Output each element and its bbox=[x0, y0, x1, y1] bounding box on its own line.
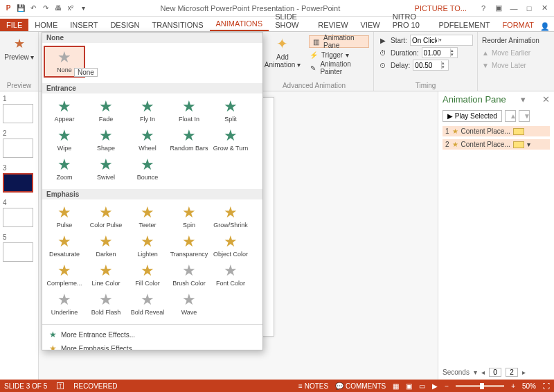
view-sorter-icon[interactable]: ▣ bbox=[406, 382, 412, 390]
user-icon[interactable]: 👤 bbox=[540, 22, 554, 31]
move-up-button[interactable]: ▲ bbox=[505, 110, 516, 122]
timeline-prev-icon[interactable]: ◂ bbox=[481, 368, 485, 376]
close-icon[interactable]: ✕ bbox=[537, 3, 551, 14]
tab-file[interactable]: FILE bbox=[0, 19, 28, 31]
lang-icon[interactable]: 🅃 bbox=[57, 382, 64, 390]
gallery-item-emphasis[interactable]: ★Bold Reveal bbox=[127, 289, 168, 319]
duration-spinner[interactable]: ▴▾ bbox=[422, 47, 458, 58]
gallery-item-entrance[interactable]: ★Fade bbox=[85, 96, 127, 125]
gallery-item-entrance[interactable]: ★Swivel bbox=[85, 154, 127, 184]
move-later-button[interactable]: ▼ Move Later bbox=[482, 59, 550, 71]
qa-item[interactable]: x² bbox=[65, 3, 76, 14]
trigger-button[interactable]: ⚡Trigger ▾ bbox=[309, 48, 369, 61]
undo-icon[interactable]: ↶ bbox=[28, 3, 39, 14]
move-down-button[interactable]: ▼ bbox=[519, 110, 530, 122]
ribbon-options-icon[interactable]: ▣ bbox=[492, 3, 506, 14]
gallery-item-entrance[interactable]: ★Fly In bbox=[127, 96, 168, 125]
tab-nitro[interactable]: NITRO PRO 10 bbox=[386, 10, 433, 31]
tab-review[interactable]: REVIEW bbox=[312, 19, 354, 31]
zoom-slider[interactable] bbox=[456, 385, 504, 387]
gallery-item-emphasis[interactable]: ★Wave bbox=[168, 289, 210, 319]
tab-insert[interactable]: INSERT bbox=[64, 19, 104, 31]
thumbnail[interactable]: 3★ bbox=[3, 163, 35, 193]
gallery-item-emphasis[interactable]: ★Spin bbox=[168, 202, 210, 231]
gallery-item-emphasis[interactable]: ★Darken bbox=[85, 231, 127, 260]
gallery-item-entrance[interactable]: ★Grow & Turn bbox=[210, 125, 251, 154]
row-menu-icon[interactable]: ▾ bbox=[527, 141, 530, 148]
pane-dropdown-icon[interactable]: ▾ bbox=[521, 94, 526, 105]
minimize-icon[interactable]: — bbox=[507, 3, 521, 14]
gallery-item-emphasis[interactable]: ★Font Color bbox=[210, 260, 251, 289]
gallery-item-emphasis[interactable]: ★Underline bbox=[44, 289, 85, 319]
move-earlier-button[interactable]: ▲ Move Earlier bbox=[482, 46, 550, 59]
fit-icon[interactable]: ⛶ bbox=[543, 382, 550, 390]
thumbnail[interactable]: 5 bbox=[3, 233, 35, 262]
gallery-item-emphasis[interactable]: ★Line Color bbox=[85, 260, 127, 289]
gallery-item-entrance[interactable]: ★Appear bbox=[44, 96, 85, 125]
notes-button[interactable]: ≡ NOTES bbox=[298, 382, 328, 390]
thumbnail[interactable]: 4★ bbox=[3, 198, 35, 227]
gallery-item-emphasis[interactable]: ★Bold Flash bbox=[85, 289, 127, 319]
gallery-item-entrance[interactable]: ★Shape bbox=[85, 125, 127, 154]
zoom-value[interactable]: 50% bbox=[522, 382, 536, 390]
gallery-item-entrance[interactable]: ★Bounce bbox=[127, 154, 168, 184]
preview-button[interactable]: ★ Preview ▾ bbox=[4, 34, 34, 62]
gallery-item-emphasis[interactable]: ★Color Pulse bbox=[85, 202, 127, 231]
tab-design[interactable]: DESIGN bbox=[104, 19, 145, 31]
zoom-out-icon[interactable]: − bbox=[445, 382, 449, 390]
tab-view[interactable]: VIEW bbox=[355, 19, 386, 31]
redo-icon[interactable]: ↷ bbox=[40, 3, 51, 14]
tab-slideshow[interactable]: SLIDE SHOW bbox=[269, 10, 312, 31]
gallery-item-emphasis[interactable]: ★Teeter bbox=[127, 202, 168, 231]
gallery-more-link[interactable]: ★More Entrance Effects... bbox=[42, 328, 262, 341]
tab-animations[interactable]: ANIMATIONS bbox=[210, 17, 269, 31]
tab-format[interactable]: FORMAT bbox=[496, 19, 540, 31]
gallery-item-none[interactable]: ★ None None bbox=[44, 46, 85, 78]
gallery-item-entrance[interactable]: ★Split bbox=[210, 96, 251, 125]
add-animation-button[interactable]: ✦ Add Animation ▾ bbox=[259, 34, 306, 74]
tab-home[interactable]: HOME bbox=[28, 19, 64, 31]
view-reading-icon[interactable]: ▭ bbox=[419, 382, 425, 390]
gallery-item-emphasis[interactable]: ★Desaturate bbox=[44, 231, 85, 260]
qa-item[interactable]: 🖶 bbox=[53, 3, 64, 14]
save-icon[interactable]: 💾 bbox=[15, 3, 26, 14]
comments-button[interactable]: 💬 COMMENTS bbox=[335, 382, 386, 390]
play-selected-button[interactable]: ▶ Play Selected bbox=[443, 110, 502, 122]
view-slideshow-icon[interactable]: ▶ bbox=[432, 382, 438, 390]
gallery-item-emphasis[interactable]: ★Grow/Shrink bbox=[210, 202, 251, 231]
timeline-next-icon[interactable]: ▸ bbox=[522, 368, 526, 376]
gallery-item-entrance[interactable]: ★Float In bbox=[168, 96, 210, 125]
gallery-item-entrance[interactable]: ★Zoom bbox=[44, 154, 85, 184]
animation-painter-button[interactable]: ✎Animation Painter bbox=[309, 62, 369, 74]
animation-row[interactable]: 2★Content Place...▾ bbox=[443, 139, 550, 150]
animation-row[interactable]: 1★Content Place... bbox=[443, 126, 550, 136]
gallery-item-emphasis[interactable]: ★Transparency bbox=[168, 231, 210, 260]
gallery-item-emphasis[interactable]: ★Pulse bbox=[44, 202, 85, 231]
gallery-more-link[interactable]: ★More Emphasis Effects... bbox=[42, 341, 262, 350]
gallery-item-emphasis[interactable]: ★Lighten bbox=[127, 231, 168, 260]
pane-close-icon[interactable]: ✕ bbox=[542, 94, 550, 105]
start-label: Start: bbox=[391, 37, 407, 44]
qa-dropdown-icon[interactable]: ▾ bbox=[78, 3, 89, 14]
gallery-item-entrance[interactable]: ★Wipe bbox=[44, 125, 85, 154]
delay-spinner[interactable]: ▴▾ bbox=[413, 60, 449, 71]
gallery-item-emphasis[interactable]: ★Brush Color bbox=[168, 260, 210, 289]
gallery-item-emphasis[interactable]: ★Fill Color bbox=[127, 260, 168, 289]
tab-pdfelement[interactable]: PDFelement bbox=[432, 19, 496, 31]
zoom-in-icon[interactable]: + bbox=[511, 382, 515, 390]
delay-value[interactable] bbox=[413, 62, 441, 69]
view-normal-icon[interactable]: ▦ bbox=[393, 382, 399, 390]
gallery-item-entrance[interactable]: ★Wheel bbox=[127, 125, 168, 154]
thumbnail[interactable]: 2★ bbox=[3, 129, 35, 158]
thumbnail[interactable]: 1★ bbox=[3, 94, 35, 123]
start-select[interactable]: ▾ bbox=[410, 35, 473, 46]
start-value[interactable] bbox=[411, 37, 438, 44]
tab-transitions[interactable]: TRANSITIONS bbox=[146, 19, 210, 31]
gallery-item-emphasis[interactable]: ★Compleme... bbox=[44, 260, 85, 289]
gallery-item-entrance[interactable]: ★Random Bars bbox=[168, 125, 210, 154]
maximize-icon[interactable]: □ bbox=[522, 3, 536, 14]
gallery-item-emphasis[interactable]: ★Object Color bbox=[210, 231, 251, 260]
duration-value[interactable] bbox=[422, 49, 450, 57]
animation-pane-button[interactable]: ▥Animation Pane bbox=[309, 35, 369, 48]
help-icon[interactable]: ? bbox=[476, 3, 490, 14]
